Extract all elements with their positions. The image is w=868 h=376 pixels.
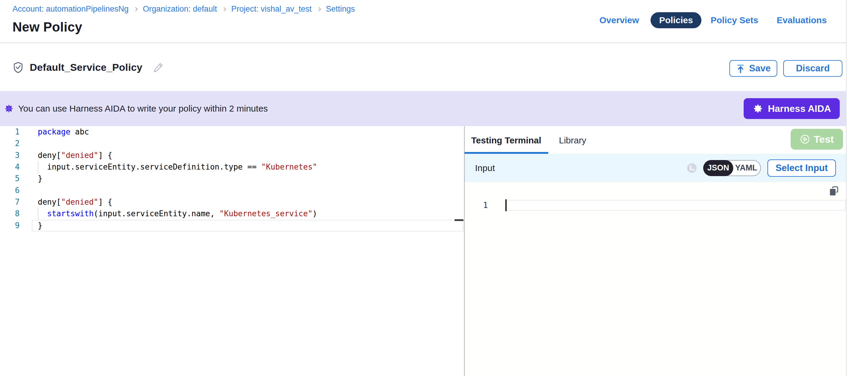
chevron-right-icon xyxy=(222,7,226,11)
policy-shield-icon xyxy=(13,62,23,73)
code-line-3: 3deny["denied"] { xyxy=(0,150,464,161)
format-toggle[interactable]: JSON YAML xyxy=(703,160,761,176)
line-number: 5 xyxy=(0,173,20,184)
terminal-tabbar: Test Testing TerminalLibrary xyxy=(465,126,846,154)
test-button[interactable]: Test xyxy=(790,129,843,150)
policy-name-row: Default_Service_Policy Save Disca xyxy=(0,44,846,91)
aida-banner-text: You can use Harness AIDA to write your p… xyxy=(18,103,268,114)
input-line-number: 1 xyxy=(465,200,488,211)
breadcrumb-item[interactable]: Project: vishal_av_test xyxy=(231,4,311,14)
aida-button-label: Harness AIDA xyxy=(768,103,831,114)
edit-name-icon[interactable] xyxy=(153,62,164,73)
breadcrumb: Account: automationPipelinesNgOrganizati… xyxy=(12,4,355,14)
tab-testing-terminal[interactable]: Testing Terminal xyxy=(471,135,541,146)
policy-actions: Save Discard xyxy=(730,60,842,77)
save-label: Save xyxy=(749,63,770,74)
harness-aida-button[interactable]: Harness AIDA xyxy=(744,98,840,119)
code-line-8: 8 startswith(input.serviceEntity.name, "… xyxy=(0,208,464,220)
discard-button[interactable]: Discard xyxy=(783,60,842,77)
aida-button-sparkle-icon xyxy=(752,103,764,114)
upload-icon xyxy=(736,64,745,73)
editor-split: 1package abc23deny["denied"] {4 input.se… xyxy=(0,126,846,376)
input-json-editor[interactable]: 1 xyxy=(465,182,846,376)
input-set-icon[interactable] xyxy=(687,163,697,173)
tab-evaluations[interactable]: Evaluations xyxy=(777,12,827,28)
text-cursor xyxy=(505,199,506,211)
select-input-label: Select Input xyxy=(775,163,828,174)
format-option-json[interactable]: JSON xyxy=(703,160,733,176)
chevron-right-icon xyxy=(316,7,321,11)
aida-banner-content: You can use Harness AIDA to write your p… xyxy=(4,91,268,126)
code-text: } xyxy=(38,220,42,231)
line-number: 9 xyxy=(0,220,20,231)
code-line-7: 7deny["denied"] { xyxy=(0,196,464,208)
copy-icon[interactable] xyxy=(829,186,839,196)
code-line-4: 4 input.serviceEntity.serviceDefinition.… xyxy=(0,161,464,173)
code-text: deny["denied"] { xyxy=(38,150,112,161)
save-button[interactable]: Save xyxy=(730,60,777,77)
page-header: Account: automationPipelinesNgOrganizati… xyxy=(0,0,846,43)
testing-panel: Test Testing TerminalLibrary Input xyxy=(465,126,846,376)
breadcrumb-item[interactable]: Settings xyxy=(326,4,355,14)
page-title: New Policy xyxy=(12,20,82,34)
code-line-1: 1package abc xyxy=(0,126,464,138)
line-number: 1 xyxy=(0,126,20,138)
select-input-button[interactable]: Select Input xyxy=(768,159,836,177)
breadcrumb-item[interactable]: Organization: default xyxy=(143,4,217,14)
tab-library[interactable]: Library xyxy=(559,135,586,146)
code-line-2: 2 xyxy=(0,138,464,149)
code-text: } xyxy=(38,173,42,184)
test-button-label: Test xyxy=(814,133,834,145)
line-number: 3 xyxy=(0,150,20,161)
aida-sparkle-icon xyxy=(4,103,14,114)
code-line-9: 9} xyxy=(0,220,464,231)
input-label: Input xyxy=(475,163,495,173)
policy-editor-page: Account: automationPipelinesNgOrganizati… xyxy=(0,0,846,376)
breadcrumb-item[interactable]: Account: automationPipelinesNg xyxy=(12,4,128,14)
input-current-line xyxy=(506,200,846,211)
discard-label: Discard xyxy=(796,63,830,74)
tab-policies[interactable]: Policies xyxy=(651,12,702,28)
line-number: 4 xyxy=(0,161,20,173)
code-text: input.serviceEntity.serviceDefinition.ty… xyxy=(38,161,317,173)
tab-policy-sets[interactable]: Policy Sets xyxy=(711,12,758,28)
code-text: startswith(input.serviceEntity.name, "Ku… xyxy=(38,208,317,220)
code-text: deny["denied"] { xyxy=(38,196,112,208)
code-text: package abc xyxy=(38,126,89,138)
play-circle-icon xyxy=(800,134,810,144)
code-line-6: 6 xyxy=(0,185,464,196)
code-line-5: 5} xyxy=(0,173,464,184)
rego-code-editor[interactable]: 1package abc23deny["denied"] {4 input.se… xyxy=(0,126,464,376)
policy-name-group: Default_Service_Policy xyxy=(13,44,164,91)
line-number: 7 xyxy=(0,196,20,208)
overview-ruler-cursor xyxy=(455,219,463,221)
line-number: 8 xyxy=(0,208,20,220)
input-controls: JSON YAML Select Input xyxy=(687,154,836,182)
tab-overview[interactable]: Overview xyxy=(599,12,639,28)
aida-banner: You can use Harness AIDA to write your p… xyxy=(0,91,846,126)
policy-name: Default_Service_Policy xyxy=(30,62,143,73)
line-number: 6 xyxy=(0,185,20,196)
chevron-right-icon xyxy=(133,7,138,11)
input-header-row: Input JSON YAML xyxy=(465,154,846,182)
line-number: 2 xyxy=(0,138,20,149)
format-option-yaml[interactable]: YAML xyxy=(732,161,760,176)
